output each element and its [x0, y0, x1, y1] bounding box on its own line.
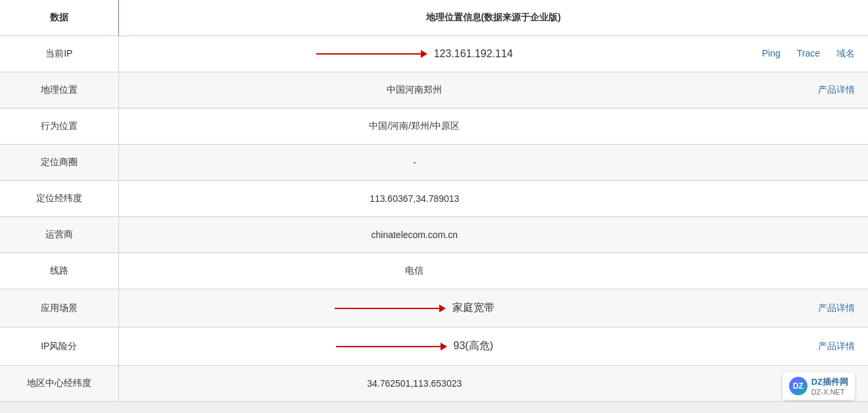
- table-row: 地理位置中国河南郑州产品详情: [0, 72, 868, 109]
- domain-button[interactable]: 域名: [836, 48, 855, 60]
- row-label: 地理位置: [0, 72, 118, 109]
- row-actions: [710, 253, 868, 289]
- row-value: 93(高危): [118, 328, 710, 366]
- table-row: 行为位置中国/河南/郑州/中原区: [0, 109, 868, 145]
- watermark-domain: DZ-X.NET: [811, 388, 848, 396]
- row-actions: [710, 217, 868, 253]
- watermark-text: DZ插件网 DZ-X.NET: [811, 376, 848, 396]
- row-actions[interactable]: 产品详情: [710, 72, 868, 109]
- header-value-col: 地理位置信息(数据来源于企业版): [118, 0, 868, 36]
- arrow-indicator: [316, 50, 427, 58]
- row-actions: [710, 181, 868, 217]
- row-value: 123.161.192.114: [118, 36, 710, 72]
- detail-button[interactable]: 产品详情: [818, 341, 855, 352]
- watermark-icon: DZ: [789, 377, 808, 395]
- value-text: 123.161.192.114: [434, 48, 513, 60]
- row-label: IP风险分: [0, 328, 118, 366]
- trace-button[interactable]: Trace: [797, 48, 820, 60]
- arrow-head: [421, 50, 427, 58]
- arrow-line-body: [335, 308, 440, 309]
- row-label: 线路: [0, 253, 118, 289]
- row-value: 家庭宽带: [118, 289, 710, 328]
- action-buttons[interactable]: PingTrace域名: [723, 48, 855, 60]
- table-row: 应用场景家庭宽带产品详情: [0, 289, 868, 328]
- watermark-site-name: DZ插件网: [811, 376, 848, 388]
- table-row: 当前IP123.161.192.114PingTrace域名: [0, 36, 868, 72]
- row-label: 当前IP: [0, 36, 118, 72]
- row-label: 应用场景: [0, 289, 118, 328]
- row-value: 中国/河南/郑州/中原区: [118, 109, 710, 145]
- row-value: 34.762501,113.653023: [118, 366, 710, 402]
- action-buttons[interactable]: 产品详情: [723, 84, 855, 96]
- table-row: IP风险分93(高危)产品详情: [0, 328, 868, 366]
- arrow-indicator: [335, 304, 446, 312]
- action-buttons[interactable]: 产品详情: [723, 303, 855, 314]
- detail-button[interactable]: 产品详情: [818, 303, 855, 314]
- table-row: 线路电信: [0, 253, 868, 289]
- table-header: 数据 地理位置信息(数据来源于企业版): [0, 0, 868, 36]
- row-value: 中国河南郑州: [118, 72, 710, 109]
- arrow-head: [439, 304, 446, 312]
- table-row: 运营商chinatelecom.com.cn: [0, 217, 868, 253]
- row-actions: [710, 109, 868, 145]
- row-label: 运营商: [0, 217, 118, 253]
- watermark: DZ DZ插件网 DZ-X.NET: [783, 372, 855, 400]
- row-label: 定位商圈: [0, 145, 118, 181]
- ping-button[interactable]: Ping: [762, 48, 781, 60]
- row-label: 行为位置: [0, 109, 118, 145]
- row-label: 定位经纬度: [0, 181, 118, 217]
- header-label-col: 数据: [0, 0, 118, 36]
- row-label: 地区中心经纬度: [0, 366, 118, 402]
- row-actions: [710, 145, 868, 181]
- detail-button[interactable]: 产品详情: [818, 84, 855, 96]
- arrow-indicator: [336, 343, 447, 351]
- value-text: 家庭宽带: [452, 301, 494, 315]
- action-buttons[interactable]: 产品详情: [723, 341, 855, 352]
- row-value: 电信: [118, 253, 710, 289]
- arrow-head: [441, 343, 447, 351]
- row-value: -: [118, 145, 710, 181]
- main-table: 数据 地理位置信息(数据来源于企业版) 当前IP123.161.192.114P…: [0, 0, 868, 402]
- arrow-value-container: 123.161.192.114: [132, 48, 698, 60]
- arrow-line-body: [336, 346, 441, 347]
- arrow-value-container: 家庭宽带: [132, 301, 698, 315]
- table-row: 定位经纬度113.60367,34.789013: [0, 181, 868, 217]
- row-actions[interactable]: 产品详情: [710, 289, 868, 328]
- arrow-value-container: 93(高危): [132, 339, 698, 353]
- table-row: 地区中心经纬度34.762501,113.653023: [0, 366, 868, 402]
- table-row: 定位商圈-: [0, 145, 868, 181]
- value-text: 93(高危): [454, 339, 493, 353]
- row-value: chinatelecom.com.cn: [118, 217, 710, 253]
- row-actions[interactable]: PingTrace域名: [710, 36, 868, 72]
- row-value: 113.60367,34.789013: [118, 181, 710, 217]
- arrow-line-body: [316, 53, 422, 55]
- row-actions[interactable]: 产品详情: [710, 328, 868, 366]
